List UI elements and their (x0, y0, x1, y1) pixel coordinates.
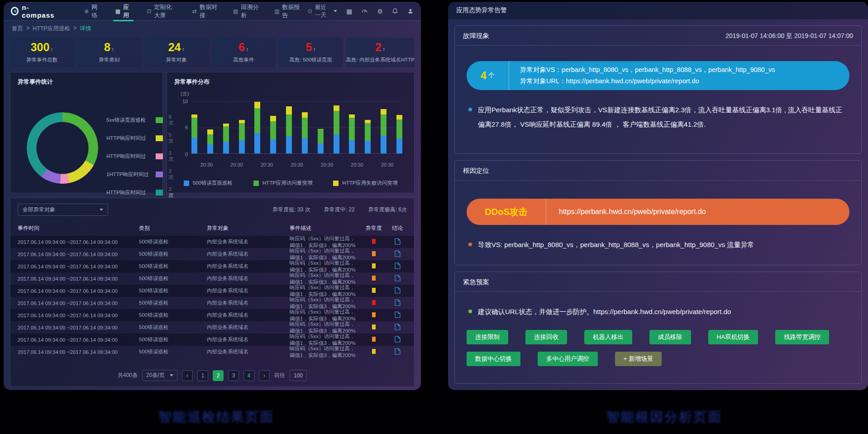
left-panel-caption: 智能巡检结果页面 (158, 408, 274, 426)
bar-segment-500错误页面巡检 (365, 141, 371, 153)
cell-category: 500错误巡检 (139, 287, 207, 294)
nav-item-数据对接[interactable]: ⇄数据对接 (185, 2, 225, 21)
gridline (191, 128, 402, 128)
backtrack-icon: ▤ (233, 8, 238, 14)
cell-category: 500错误巡检 (139, 238, 207, 245)
bar-2 (207, 129, 213, 153)
stat-card: 5↑高危: 500错误页面 (279, 38, 343, 67)
bar-legend-item: 500错误页面巡检 (184, 180, 233, 186)
stat-card-label: 高危: 500错误页面 (290, 57, 333, 63)
fault-banner-lines: 异常对象VS：perbank_http_8080_vs，perbank_http… (509, 64, 775, 87)
cell-time: 2017.06.14 09:34:00 ~2017.06.14 09:34:00 (18, 349, 139, 355)
breadcrumb-http-inspection[interactable]: HTTP应用巡检 (33, 25, 70, 33)
stat-number: 300 (31, 42, 50, 53)
action-button-HA双机切换[interactable]: HA双机切换 (708, 330, 758, 344)
cell-conclusion[interactable] (388, 336, 407, 343)
nav-item-定制化大屏[interactable]: ⊡定制化大屏 (139, 2, 185, 21)
bar-segment-500错误页面巡检 (302, 138, 308, 153)
donut-legend-item: HTTP响应时间过2次 (106, 186, 176, 199)
col-header-description: 事件描述 (290, 224, 360, 232)
chevron-down-icon (170, 374, 173, 377)
donut-legend-swatch (156, 172, 163, 177)
cell-conclusion[interactable] (388, 250, 407, 258)
donut-legend-item: HTTP响应时间过3次 (106, 150, 176, 162)
action-button-多中心用户调控[interactable]: 多中心用户调控 (538, 352, 598, 366)
stat-card-value: 6↑ (238, 42, 248, 53)
dataflow-icon: ⇄ (192, 8, 197, 14)
object-filter-select[interactable]: 全部异常对象 (18, 204, 108, 216)
bell-icon[interactable] (392, 8, 398, 15)
action-button-连接回收[interactable]: 连接回收 (525, 330, 567, 344)
user-icon[interactable] (407, 8, 414, 15)
per-page-select[interactable]: 20条/页 (142, 370, 177, 381)
table-row: 2017.06.14 09:34:00 ~2017.06.14 09:34:00… (10, 309, 414, 321)
action-button-连接限制[interactable]: 连接限制 (467, 330, 508, 344)
jump-page-input[interactable] (290, 370, 307, 381)
bar-segment-HTTP应用访问量突增 (223, 126, 229, 142)
bar-segment-500错误页面巡检 (286, 136, 292, 153)
action-button-机器人移出[interactable]: 机器人移出 (584, 330, 632, 344)
cell-conclusion[interactable] (388, 275, 407, 282)
cell-conclusion[interactable] (388, 287, 407, 295)
cell-severity (360, 349, 388, 355)
fault-count-value: 4 (481, 70, 486, 82)
donut-legend-swatch (156, 190, 163, 196)
bar-segment-500错误页面巡检 (334, 134, 339, 153)
donut-legend-item: 5xx错误页面巡检8次 (106, 114, 176, 126)
cell-time: 2017.06.14 09:34:00 ~2017.06.14 09:34:00 (18, 239, 139, 245)
root-cause-label: DDoS攻击 (467, 199, 546, 225)
nav-item-应用[interactable]: ▦应用 (108, 2, 139, 21)
page-button-3[interactable]: 3 (228, 370, 239, 381)
action-button-成员移除[interactable]: 成员移除 (649, 330, 691, 344)
action-button-线路带宽调控[interactable]: 线路带宽调控 (775, 330, 829, 344)
table-filter-row: 全部异常对象 异常度低: 33 次 异常度中: 22 异常度极高: 6次 (10, 198, 414, 220)
donut-legend-item: HTTP响应时间过5次 (106, 132, 176, 144)
breadcrumb-home[interactable]: 首页 (12, 25, 23, 33)
action-button-数据中心切换[interactable]: 数据中心切换 (467, 352, 520, 366)
cell-time: 2017.06.14 09:34:00 ~2017.06.14 09:34:00 (18, 264, 139, 269)
globe-icon: ⊕ (84, 8, 89, 14)
severity-badge (372, 300, 376, 305)
prev-page-button[interactable]: ‹ (182, 370, 193, 381)
cell-description: 响应码（5xx）访问量过高，阈值1，实际值3，偏离200% (290, 272, 360, 286)
time-range-select[interactable]: 最近一天 (308, 4, 337, 19)
page-button-2[interactable]: 2 (213, 370, 224, 381)
bar-segment-500错误页面巡检 (239, 140, 245, 154)
calendar-grid-icon[interactable]: ▦ (346, 8, 352, 15)
screen-icon: ⊡ (147, 8, 151, 14)
bar-segment-500错误页面巡检 (318, 143, 324, 153)
donut-legend-label: HTTP响应时间过 (106, 153, 153, 160)
emergency-action-buttons: 连接限制连接回收机器人移出成员移除HA双机切换线路带宽调控数据中心切换多中心用户… (467, 330, 849, 366)
cell-conclusion[interactable] (388, 238, 407, 246)
cell-conclusion[interactable] (388, 262, 407, 270)
gauge-icon[interactable] (361, 8, 368, 15)
nav-item-网络[interactable]: ⊕网络 (76, 2, 108, 21)
cell-description: 响应码（5xx）访问量过高，阈值1，实际值3，偏离200% (290, 345, 360, 359)
page-button-1[interactable]: 1 (197, 370, 208, 381)
page-button-4[interactable]: 4 (243, 370, 254, 381)
donut-legend-swatch (156, 153, 163, 159)
next-page-button[interactable]: › (259, 370, 270, 381)
emergency-bullet: 建议确认URL状态，并做进一步防护。https://perbank.hwd.cn… (468, 305, 848, 319)
cell-time: 2017.06.14 09:34:00 ~2017.06.14 09:34:00 (18, 288, 139, 294)
cell-conclusion[interactable] (388, 311, 407, 319)
cell-conclusion[interactable] (388, 299, 407, 307)
bar-segment-HTTP应用访问量突增 (334, 111, 339, 134)
cell-conclusion[interactable] (388, 324, 407, 331)
donut-legend-item: 1HTTP响应时间过2次 (106, 168, 176, 181)
alert-panel: 应用态势异常告警 故障现象 2019-01-07 14:06:00 至 2019… (448, 2, 868, 390)
nav-item-数据报告[interactable]: ▥数据报告 (267, 2, 308, 21)
logo[interactable]: n-compass (11, 4, 57, 19)
stat-card-value: 5↑ (306, 42, 316, 53)
gear-icon[interactable]: ⚙ (377, 8, 383, 15)
object-filter-value: 全部异常对象 (23, 206, 55, 214)
cell-conclusion[interactable] (388, 348, 407, 356)
nav-item-回溯分析[interactable]: ▤回溯分析 (225, 2, 267, 21)
bar-segment-HTTP应用访问量突增 (349, 118, 355, 140)
severity-low-stat: 异常度低: 33 次 (272, 206, 310, 214)
cell-time: 2017.06.14 09:34:00 ~2017.06.14 09:34:00 (18, 276, 139, 281)
cell-severity (360, 263, 388, 269)
action-button-+ 新增场景[interactable]: + 新增场景 (615, 352, 662, 366)
chevron-down-icon (334, 10, 337, 12)
cell-severity (360, 239, 388, 245)
